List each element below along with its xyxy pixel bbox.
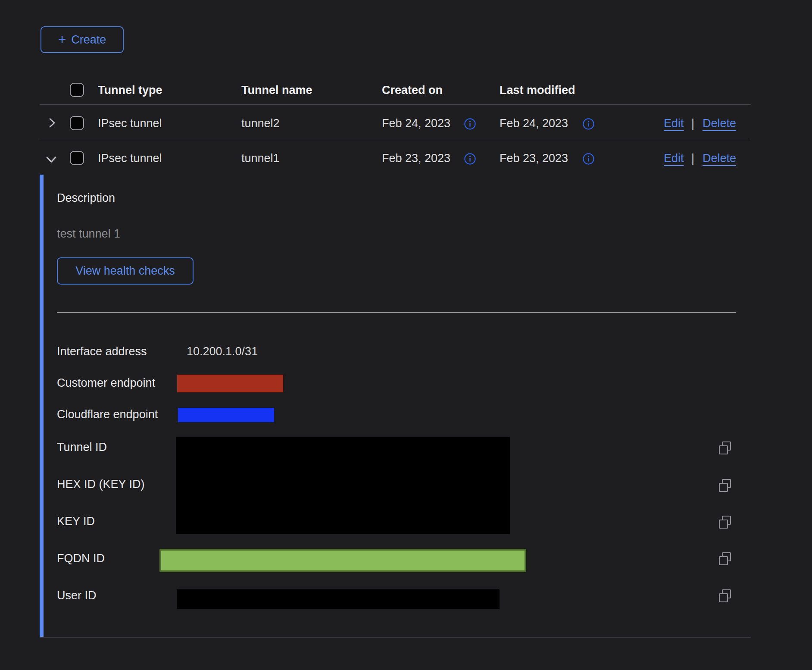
fqdn-id-redacted-value (159, 549, 526, 572)
ids-redacted-value-block (176, 437, 510, 534)
tunnel-name-cell: tunnel1 (241, 152, 280, 165)
copy-key-id-button[interactable] (718, 516, 732, 529)
tunnel-type-cell: IPsec tunnel (98, 117, 162, 130)
key-id-label: KEY ID (57, 515, 95, 528)
copy-tunnel-id-button[interactable] (718, 441, 732, 455)
interface-address-label: Interface address (57, 345, 147, 358)
action-separator: | (691, 117, 694, 130)
info-circle-icon[interactable] (464, 153, 476, 165)
edit-link[interactable]: Edit (664, 117, 684, 130)
cloudflare-endpoint-redacted-value (178, 408, 274, 422)
header-divider (40, 104, 751, 105)
create-button[interactable]: + Create (41, 26, 124, 53)
info-circle-icon[interactable] (582, 118, 595, 130)
delete-link[interactable]: Delete (703, 152, 736, 165)
customer-endpoint-label: Customer endpoint (57, 376, 155, 390)
view-health-checks-button[interactable]: View health checks (57, 257, 194, 285)
cloudflare-endpoint-label: Cloudflare endpoint (57, 408, 158, 421)
chevron-down-icon[interactable] (44, 152, 59, 166)
last-modified-cell: Feb 23, 2023 (500, 152, 568, 165)
expanded-row-bottom-divider (40, 637, 751, 638)
plus-icon: + (58, 32, 66, 46)
copy-icon (718, 589, 732, 603)
copy-hex-id-button[interactable] (718, 479, 732, 493)
info-circle-icon[interactable] (582, 153, 595, 165)
column-header-tunnel-type: Tunnel type (98, 84, 162, 97)
user-id-label: User ID (57, 589, 97, 602)
column-header-last-modified: Last modified (500, 84, 575, 97)
column-header-tunnel-name: Tunnel name (241, 84, 312, 97)
create-button-label: Create (71, 33, 106, 47)
copy-icon (718, 552, 732, 566)
copy-icon (718, 516, 732, 529)
column-header-created-on: Created on (382, 84, 443, 97)
action-separator: | (691, 152, 694, 165)
last-modified-cell: Feb 24, 2023 (500, 117, 568, 130)
info-circle-icon[interactable] (464, 118, 476, 130)
copy-icon (718, 441, 732, 455)
chevron-right-icon[interactable] (45, 116, 59, 130)
copy-user-id-button[interactable] (718, 589, 732, 603)
created-on-cell: Feb 23, 2023 (382, 152, 450, 165)
expanded-row-indicator-bar (40, 175, 44, 637)
edit-link[interactable]: Edit (664, 152, 684, 165)
copy-icon (718, 479, 732, 493)
select-all-checkbox[interactable] (70, 83, 84, 97)
tunnel-id-label: Tunnel ID (57, 441, 107, 454)
tunnels-page: { "create_button": { "plus_glyph": "+", … (0, 0, 812, 670)
detail-divider (57, 312, 736, 313)
created-on-cell: Feb 24, 2023 (382, 117, 450, 130)
hex-id-label: HEX ID (KEY ID) (57, 478, 145, 491)
description-value: test tunnel 1 (57, 227, 120, 241)
row-checkbox[interactable] (70, 116, 84, 130)
description-label: Description (57, 191, 115, 205)
interface-address-value: 10.200.1.0/31 (187, 345, 258, 358)
delete-link[interactable]: Delete (703, 117, 736, 130)
view-health-checks-label: View health checks (75, 264, 175, 278)
tunnel-name-cell: tunnel2 (241, 117, 280, 130)
row-checkbox[interactable] (70, 151, 84, 165)
customer-endpoint-redacted-value (177, 375, 283, 392)
tunnel-type-cell: IPsec tunnel (98, 152, 162, 165)
fqdn-id-label: FQDN ID (57, 552, 105, 565)
copy-fqdn-id-button[interactable] (718, 552, 732, 566)
user-id-redacted-value (177, 589, 500, 609)
row-divider (40, 140, 751, 140)
